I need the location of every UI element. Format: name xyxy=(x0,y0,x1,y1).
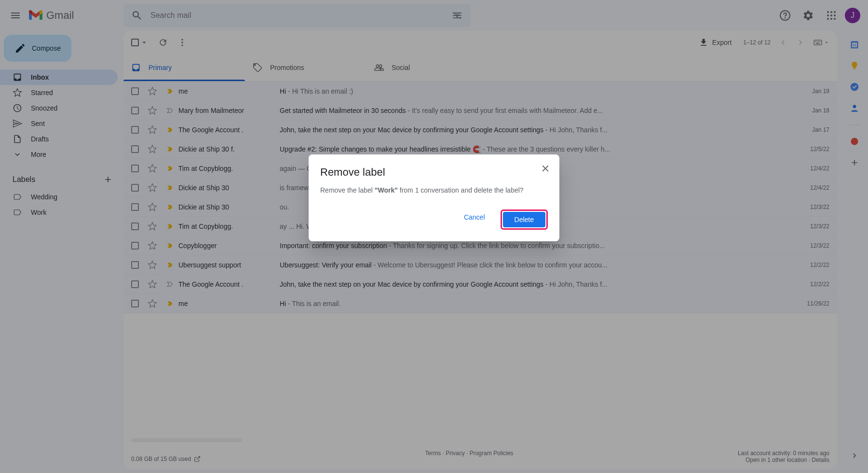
dialog-actions: Cancel Delete xyxy=(320,209,548,230)
delete-highlight: Delete xyxy=(501,209,548,230)
remove-label-dialog: Remove label Remove the label "Work" fro… xyxy=(309,154,559,241)
dialog-scrim[interactable]: Remove label Remove the label "Work" fro… xyxy=(0,0,868,473)
close-icon xyxy=(540,163,551,174)
cancel-button[interactable]: Cancel xyxy=(452,209,497,230)
dialog-close-button[interactable] xyxy=(540,163,551,174)
dialog-body: Remove the label "Work" from 1 conversat… xyxy=(320,186,548,194)
delete-button[interactable]: Delete xyxy=(503,212,545,227)
dialog-title: Remove label xyxy=(320,166,548,179)
